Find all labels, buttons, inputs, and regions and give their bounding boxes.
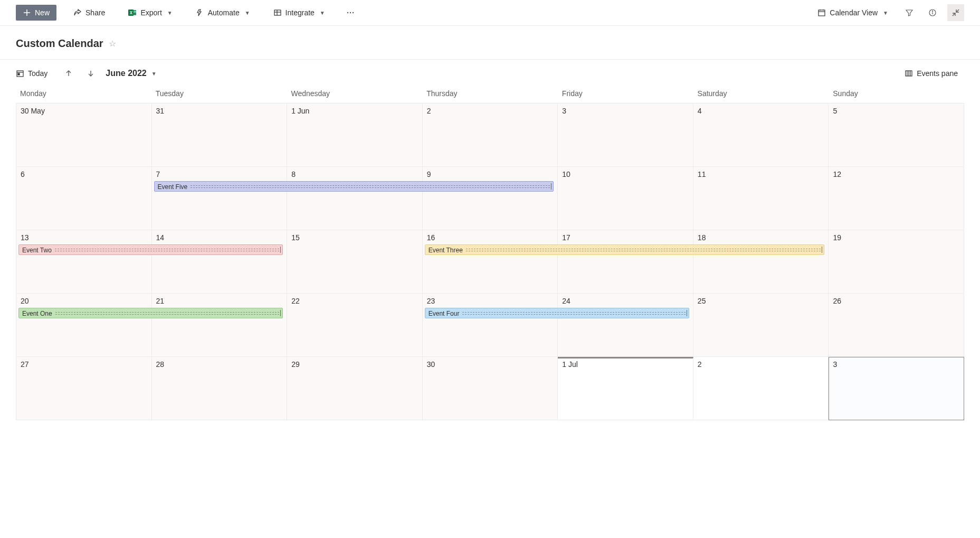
calendar-toolbar: Today June 2022 ▼ Events pane: [0, 60, 980, 86]
more-button[interactable]: [342, 4, 359, 21]
day-number: 30: [427, 360, 435, 369]
info-button[interactable]: [924, 4, 941, 21]
calendar-event-title: Event One: [22, 310, 52, 317]
weekday-header-cell: Sunday: [829, 86, 964, 103]
calendar-day-cell[interactable]: 2: [693, 357, 829, 420]
day-number: 16: [427, 233, 435, 242]
page-title-text: Custom Calendar: [16, 37, 103, 50]
day-number: 14: [156, 233, 165, 242]
event-end-cap: [822, 247, 822, 253]
view-switcher-label: Calendar View: [830, 8, 878, 17]
calendar-day-cell[interactable]: 17: [558, 230, 693, 294]
events-pane-label: Events pane: [917, 69, 958, 78]
calendar-day-cell[interactable]: 14: [152, 230, 288, 294]
calendar-day-cell[interactable]: 20: [16, 294, 152, 357]
calendar-day-cell[interactable]: 26: [829, 294, 964, 357]
day-number: 19: [833, 233, 841, 242]
calendar-grid: MondayTuesdayWednesdayThursdayFridaySatu…: [16, 86, 964, 420]
calendar-day-cell[interactable]: 30: [423, 357, 558, 420]
svg-rect-3: [134, 13, 136, 14]
calendar-day-cell[interactable]: 3: [829, 357, 964, 420]
today-button-label: Today: [28, 69, 47, 78]
month-picker[interactable]: June 2022 ▼: [106, 69, 156, 78]
calendar-day-cell[interactable]: 3: [558, 103, 693, 167]
view-switcher-button[interactable]: Calendar View ▼: [811, 5, 895, 20]
chevron-down-icon: ▼: [883, 10, 888, 16]
calendar-event-title: Event Three: [429, 247, 463, 254]
collapse-button[interactable]: [947, 4, 964, 21]
calendar-event[interactable]: Event Two: [18, 244, 283, 255]
calendar-day-cell[interactable]: 28: [152, 357, 288, 420]
calendar-day-cell[interactable]: 5: [829, 103, 964, 167]
svg-point-10: [353, 12, 354, 13]
calendar-event[interactable]: Event Five: [154, 181, 554, 192]
svg-rect-4: [134, 14, 136, 15]
calendar-day-cell[interactable]: 29: [287, 357, 423, 420]
weekday-header-cell: Thursday: [422, 86, 558, 103]
calendar-day-cell[interactable]: 16: [423, 230, 558, 294]
calendar-day-cell[interactable]: 10: [558, 167, 693, 230]
calendar-day-cell[interactable]: 13: [16, 230, 152, 294]
automate-icon: [196, 8, 204, 17]
calendar-event[interactable]: Event One: [18, 308, 283, 318]
calendar-day-cell[interactable]: 9: [423, 167, 558, 230]
day-number: 3: [562, 107, 566, 115]
calendar-day-cell[interactable]: 1 Jun: [287, 103, 423, 167]
calendar-event[interactable]: Event Three: [425, 244, 825, 255]
calendar-day-cell[interactable]: 4: [693, 103, 829, 167]
info-icon: [928, 8, 937, 17]
calendar-day-cell[interactable]: 11: [693, 167, 829, 230]
calendar-day-cell[interactable]: 23: [423, 294, 558, 357]
calendar-weekday-header: MondayTuesdayWednesdayThursdayFridaySatu…: [16, 86, 964, 103]
favorite-star-icon[interactable]: ☆: [109, 39, 116, 49]
day-number: 15: [291, 233, 300, 242]
command-bar-left: New Share Export ▼ Automate ▼ Integrate …: [16, 4, 359, 21]
calendar-day-cell[interactable]: 15: [287, 230, 423, 294]
chevron-down-icon: ▼: [167, 10, 173, 16]
calendar-day-cell[interactable]: 6: [16, 167, 152, 230]
calendar-day-cell[interactable]: 7: [152, 167, 288, 230]
weekday-header-cell: Wednesday: [287, 86, 422, 103]
svg-rect-2: [134, 12, 136, 13]
calendar-day-cell[interactable]: 27: [16, 357, 152, 420]
calendar-day-cell[interactable]: 25: [693, 294, 829, 357]
weekday-header-cell: Friday: [558, 86, 693, 103]
day-number: 2: [698, 360, 702, 369]
integrate-button-label: Integrate: [286, 8, 315, 17]
events-pane-button[interactable]: Events pane: [898, 66, 964, 81]
calendar-day-cell[interactable]: 1 Jul: [558, 357, 693, 420]
day-number: 10: [562, 170, 570, 178]
integrate-button[interactable]: Integrate ▼: [267, 5, 331, 20]
today-button[interactable]: Today: [16, 66, 54, 81]
calendar-day-cell[interactable]: 12: [829, 167, 964, 230]
calendar-day-cell[interactable]: 22: [287, 294, 423, 357]
event-end-cap: [280, 247, 281, 253]
export-button[interactable]: Export ▼: [122, 5, 178, 20]
calendar-day-cell[interactable]: 8: [287, 167, 423, 230]
new-button-label: New: [35, 8, 50, 17]
filter-button[interactable]: [901, 4, 918, 21]
filter-icon: [905, 8, 914, 17]
calendar-event[interactable]: Event Four: [425, 308, 689, 318]
day-number: 29: [291, 360, 300, 369]
share-button[interactable]: Share: [67, 5, 111, 20]
day-number: 31: [156, 107, 165, 115]
next-month-button[interactable]: [83, 66, 98, 81]
automate-button[interactable]: Automate ▼: [189, 5, 256, 20]
calendar-day-cell[interactable]: 24: [558, 294, 693, 357]
day-number: 22: [291, 297, 300, 305]
calendar-day-cell[interactable]: 30 May: [16, 103, 152, 167]
calendar-day-cell[interactable]: 19: [829, 230, 964, 294]
share-button-label: Share: [85, 8, 105, 17]
svg-point-17: [932, 11, 933, 11]
calendar-event-title: Event Four: [429, 310, 460, 317]
day-number: 7: [156, 170, 160, 178]
calendar-day-cell[interactable]: 2: [423, 103, 558, 167]
new-button[interactable]: New: [16, 5, 56, 21]
command-bar: New Share Export ▼ Automate ▼ Integrate …: [0, 0, 980, 26]
calendar-day-cell[interactable]: 21: [152, 294, 288, 357]
day-number: 13: [21, 233, 29, 242]
calendar-day-cell[interactable]: 18: [693, 230, 829, 294]
prev-month-button[interactable]: [61, 66, 76, 81]
calendar-day-cell[interactable]: 31: [152, 103, 288, 167]
